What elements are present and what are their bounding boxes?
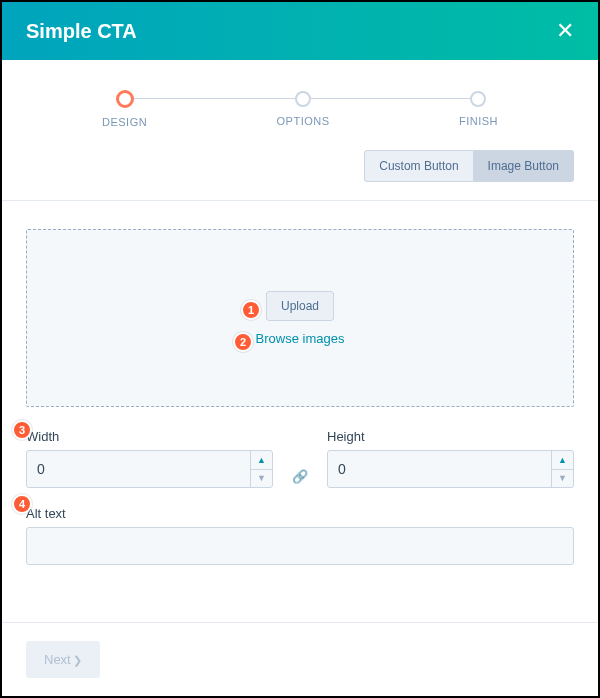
step-dot-icon xyxy=(295,91,311,107)
width-label: Width xyxy=(26,429,273,444)
alt-text-label: Alt text xyxy=(26,506,574,521)
step-label: DESIGN xyxy=(102,116,147,128)
height-field: Height ▲ ▼ xyxy=(327,429,574,488)
step-label: FINISH xyxy=(459,115,498,127)
toggle-image-button[interactable]: Image Button xyxy=(474,150,574,182)
width-input-wrap: ▲ ▼ xyxy=(26,450,273,488)
height-increment[interactable]: ▲ xyxy=(552,451,573,469)
annotation-badge-4: 4 xyxy=(12,494,32,514)
height-label: Height xyxy=(327,429,574,444)
modal-header: Simple CTA ✕ xyxy=(2,2,598,60)
step-label: OPTIONS xyxy=(277,115,330,127)
height-input-wrap: ▲ ▼ xyxy=(327,450,574,488)
toggle-custom-button[interactable]: Custom Button xyxy=(364,150,473,182)
alt-text-input[interactable] xyxy=(26,527,574,565)
next-button[interactable]: Next❯ xyxy=(26,641,100,678)
dimensions-row: Width ▲ ▼ 🔗 Height ▲ ▼ xyxy=(26,429,574,488)
browse-images-link[interactable]: Browse images xyxy=(256,331,345,346)
width-increment[interactable]: ▲ xyxy=(251,451,272,469)
width-field: Width ▲ ▼ xyxy=(26,429,273,488)
height-input[interactable] xyxy=(328,451,551,487)
wizard-stepper: DESIGN OPTIONS FINISH xyxy=(2,60,598,138)
step-options[interactable]: OPTIONS xyxy=(277,91,330,127)
step-finish[interactable]: FINISH xyxy=(459,91,498,127)
alt-text-field: Alt text xyxy=(26,506,574,565)
annotation-badge-1: 1 xyxy=(241,300,261,320)
design-panel: Upload Browse images Width ▲ ▼ 🔗 Height … xyxy=(2,201,598,565)
modal-footer: Next❯ xyxy=(2,622,598,696)
step-dot-icon xyxy=(116,90,134,108)
annotation-badge-3: 3 xyxy=(12,420,32,440)
height-spinners: ▲ ▼ xyxy=(551,451,573,487)
next-label: Next xyxy=(44,652,71,667)
close-icon[interactable]: ✕ xyxy=(556,18,574,44)
annotation-badge-2: 2 xyxy=(233,332,253,352)
width-input[interactable] xyxy=(27,451,250,487)
height-decrement[interactable]: ▼ xyxy=(552,469,573,488)
chevron-right-icon: ❯ xyxy=(73,654,82,666)
upload-button[interactable]: Upload xyxy=(266,291,334,321)
width-spinners: ▲ ▼ xyxy=(250,451,272,487)
width-decrement[interactable]: ▼ xyxy=(251,469,272,488)
link-dimensions-icon[interactable]: 🔗 xyxy=(291,469,309,488)
step-design[interactable]: DESIGN xyxy=(102,90,147,128)
button-type-toggle: Custom Button Image Button xyxy=(2,138,598,200)
step-dot-icon xyxy=(470,91,486,107)
modal-title: Simple CTA xyxy=(26,20,137,43)
image-dropzone[interactable]: Upload Browse images xyxy=(26,229,574,407)
